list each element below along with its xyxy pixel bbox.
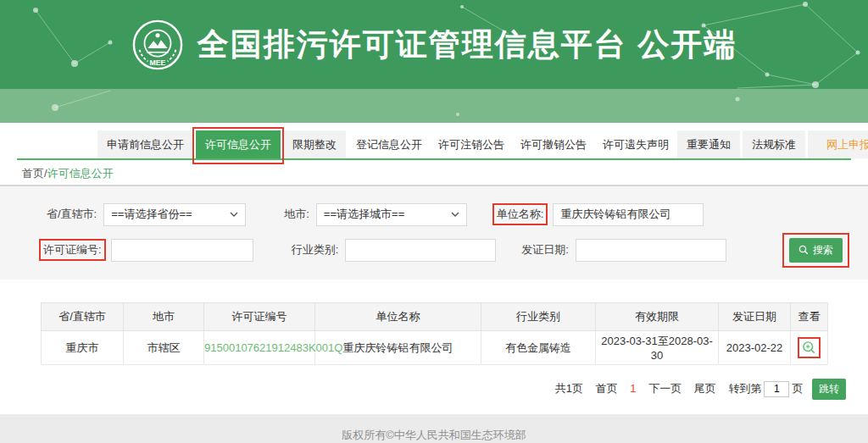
tab-permit-loss-statement[interactable]: 许可遗失声明 (595, 130, 676, 158)
view-detail-button[interactable] (801, 340, 817, 356)
tab-permit-info-disclosure[interactable]: 许可信息公开 (196, 130, 281, 158)
cell-province: 重庆市 (42, 331, 124, 365)
issue-date-input[interactable] (576, 239, 726, 262)
col-header-company: 单位名称 (315, 303, 481, 331)
header-subband (0, 89, 868, 123)
company-name-input[interactable] (553, 203, 704, 226)
industry-input[interactable] (345, 239, 496, 262)
tab-registration-disclosure[interactable]: 登记信息公开 (348, 130, 430, 158)
mee-logo: MEE (131, 19, 184, 71)
page-total: 共1页 (555, 382, 583, 395)
search-icon (798, 245, 809, 255)
issue-date-label: 发证日期: (521, 242, 569, 257)
permits-table: 省/直辖市 地市 许可证编号 单位名称 行业类别 有效期限 发证日期 查看 重庆… (41, 302, 828, 365)
header-banner: MEE 全国排污许可证管理信息平台 公开端 (0, 0, 868, 89)
permit-number-label: 许可证编号: (39, 239, 106, 261)
header-content: MEE 全国排污许可证管理信息平台 公开端 (0, 0, 868, 89)
mee-logo-text: MEE (149, 58, 165, 67)
tab-important-notices[interactable]: 重要通知 (677, 130, 740, 158)
page: MEE 全国排污许可证管理信息平台 公开端 申请前信息公开 许可信息公开 限期整… (0, 0, 868, 443)
current-page-number: 1 (630, 382, 636, 395)
issue-date-field[interactable] (583, 240, 732, 261)
tab-permit-info-label: 许可信息公开 (205, 138, 271, 151)
last-page-link[interactable]: 尾页 (694, 382, 716, 395)
tab-laws-standards[interactable]: 法规标准 (743, 130, 805, 158)
chevron-down-icon (230, 212, 238, 217)
col-header-view: 查看 (791, 303, 828, 331)
province-select[interactable]: ==请选择省份== (103, 203, 246, 226)
results-section: 省/直辖市 地市 许可证编号 单位名称 行业类别 有效期限 发证日期 查看 重庆… (0, 280, 868, 400)
search-button-label: 搜索 (813, 243, 833, 257)
tab-rectification-deadline[interactable]: 限期整改 (283, 130, 346, 158)
table-row: 重庆市 市辖区 91500107621912483K001Q 重庆庆铃铸铝有限公… (42, 331, 828, 365)
chevron-down-icon (451, 212, 459, 217)
next-page-link[interactable]: 下一页 (648, 382, 682, 395)
cell-validity: 2023-03-31至2028-03-30 (596, 331, 719, 365)
permit-number-input[interactable] (111, 239, 253, 262)
first-page-link[interactable]: 首页 (596, 382, 618, 395)
tab-online-reporting[interactable]: 网上申报 (808, 130, 868, 158)
breadcrumb: 首页/许可信息公开 (0, 160, 868, 186)
goto-page-input[interactable] (764, 381, 789, 397)
copyright-text: 版权所有©中华人民共和国生态环境部 (342, 429, 526, 441)
goto-button[interactable]: 跳转 (812, 379, 846, 400)
col-header-industry: 行业类别 (481, 303, 596, 331)
pagination: 共1页 首页 1 下一页 尾页 转到第页 跳转 (0, 379, 846, 400)
tab-permit-cancellation-notice[interactable]: 许可注销公告 (431, 130, 512, 158)
cell-issue-date: 2023-02-22 (719, 331, 791, 365)
search-button[interactable]: 搜索 (789, 238, 843, 263)
col-header-city: 地市 (124, 303, 204, 331)
city-select[interactable]: ==请选择城市== (316, 203, 467, 226)
province-select-value: ==请选择省份== (111, 207, 192, 222)
annotation-box-view (798, 337, 821, 358)
footer: 版权所有©中华人民共和国生态环境部 (0, 414, 868, 443)
tab-strip: 申请前信息公开 许可信息公开 限期整改 登记信息公开 许可注销公告 许可撤销公告… (17, 130, 851, 158)
col-header-permit-no: 许可证编号 (204, 303, 315, 331)
permit-number-link[interactable]: 91500107621912483K001Q (204, 341, 342, 354)
tab-pre-application-disclosure[interactable]: 申请前信息公开 (97, 130, 193, 158)
industry-label: 行业类别: (292, 242, 339, 257)
cell-industry: 有色金属铸造 (481, 331, 596, 365)
breadcrumb-home[interactable]: 首页 (22, 167, 44, 180)
site-title: 全国排污许可证管理信息平台 公开端 (198, 24, 737, 66)
magnifier-icon (801, 340, 817, 356)
goto-prefix: 转到第 (728, 382, 761, 395)
tab-permit-revocation-notice[interactable]: 许可撤销公告 (513, 130, 594, 158)
company-name-label: 单位名称: (492, 203, 548, 225)
province-label: 省/直辖市: (47, 207, 97, 222)
cell-city: 市辖区 (124, 331, 204, 365)
annotation-box-search: 搜索 (782, 233, 849, 268)
col-header-province: 省/直辖市 (42, 303, 124, 331)
city-label: 地市: (284, 207, 309, 222)
breadcrumb-current: 许可信息公开 (47, 167, 114, 180)
search-filter-panel: 省/直辖市: ==请选择省份== 地市: ==请选择城市== 单位名称: 许可证… (0, 186, 868, 280)
col-header-issue-date: 发证日期 (719, 303, 791, 331)
main-nav: 申请前信息公开 许可信息公开 限期整改 登记信息公开 许可注销公告 许可撤销公告… (0, 123, 868, 160)
city-select-value: ==请选择城市== (324, 207, 404, 222)
table-header-row: 省/直辖市 地市 许可证编号 单位名称 行业类别 有效期限 发证日期 查看 (42, 303, 828, 331)
col-header-validity: 有效期限 (596, 303, 719, 331)
goto-suffix: 页 (792, 382, 803, 395)
